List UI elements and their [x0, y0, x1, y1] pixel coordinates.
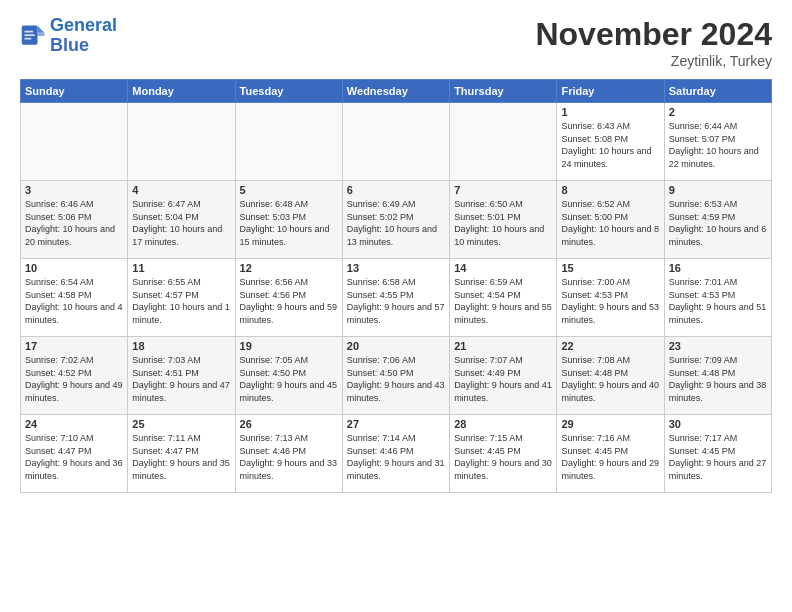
day-number: 12: [240, 262, 338, 274]
calendar-cell: 9Sunrise: 6:53 AMSunset: 4:59 PMDaylight…: [664, 181, 771, 259]
day-number: 7: [454, 184, 552, 196]
calendar-cell: 15Sunrise: 7:00 AMSunset: 4:53 PMDayligh…: [557, 259, 664, 337]
week-row-2: 10Sunrise: 6:54 AMSunset: 4:58 PMDayligh…: [21, 259, 772, 337]
calendar-header: SundayMondayTuesdayWednesdayThursdayFrid…: [21, 80, 772, 103]
title-block: November 2024 Zeytinlik, Turkey: [535, 16, 772, 69]
logo-line2: Blue: [50, 36, 117, 56]
day-number: 19: [240, 340, 338, 352]
day-number: 11: [132, 262, 230, 274]
logo-icon: [20, 22, 48, 50]
calendar-cell: 23Sunrise: 7:09 AMSunset: 4:48 PMDayligh…: [664, 337, 771, 415]
day-info: Sunrise: 6:43 AMSunset: 5:08 PMDaylight:…: [561, 120, 659, 170]
calendar-cell: 22Sunrise: 7:08 AMSunset: 4:48 PMDayligh…: [557, 337, 664, 415]
day-number: 28: [454, 418, 552, 430]
calendar-cell: 10Sunrise: 6:54 AMSunset: 4:58 PMDayligh…: [21, 259, 128, 337]
day-number: 16: [669, 262, 767, 274]
day-info: Sunrise: 6:48 AMSunset: 5:03 PMDaylight:…: [240, 198, 338, 248]
day-number: 26: [240, 418, 338, 430]
day-number: 24: [25, 418, 123, 430]
month-title: November 2024: [535, 16, 772, 53]
day-info: Sunrise: 6:49 AMSunset: 5:02 PMDaylight:…: [347, 198, 445, 248]
calendar-cell: [342, 103, 449, 181]
header-row: SundayMondayTuesdayWednesdayThursdayFrid…: [21, 80, 772, 103]
calendar-cell: 18Sunrise: 7:03 AMSunset: 4:51 PMDayligh…: [128, 337, 235, 415]
calendar-cell: 1Sunrise: 6:43 AMSunset: 5:08 PMDaylight…: [557, 103, 664, 181]
day-info: Sunrise: 6:55 AMSunset: 4:57 PMDaylight:…: [132, 276, 230, 326]
day-info: Sunrise: 6:52 AMSunset: 5:00 PMDaylight:…: [561, 198, 659, 248]
logo: General Blue: [20, 16, 117, 56]
day-number: 22: [561, 340, 659, 352]
day-info: Sunrise: 6:46 AMSunset: 5:06 PMDaylight:…: [25, 198, 123, 248]
week-row-3: 17Sunrise: 7:02 AMSunset: 4:52 PMDayligh…: [21, 337, 772, 415]
day-number: 2: [669, 106, 767, 118]
page: General Blue November 2024 Zeytinlik, Tu…: [0, 0, 792, 612]
day-info: Sunrise: 7:11 AMSunset: 4:47 PMDaylight:…: [132, 432, 230, 482]
svg-rect-5: [24, 38, 31, 40]
day-info: Sunrise: 7:17 AMSunset: 4:45 PMDaylight:…: [669, 432, 767, 482]
day-info: Sunrise: 7:05 AMSunset: 4:50 PMDaylight:…: [240, 354, 338, 404]
day-info: Sunrise: 7:07 AMSunset: 4:49 PMDaylight:…: [454, 354, 552, 404]
day-number: 25: [132, 418, 230, 430]
day-info: Sunrise: 6:56 AMSunset: 4:56 PMDaylight:…: [240, 276, 338, 326]
header-day-monday: Monday: [128, 80, 235, 103]
calendar-cell: [235, 103, 342, 181]
day-info: Sunrise: 7:09 AMSunset: 4:48 PMDaylight:…: [669, 354, 767, 404]
day-number: 14: [454, 262, 552, 274]
calendar-cell: 21Sunrise: 7:07 AMSunset: 4:49 PMDayligh…: [450, 337, 557, 415]
day-info: Sunrise: 6:53 AMSunset: 4:59 PMDaylight:…: [669, 198, 767, 248]
day-info: Sunrise: 7:03 AMSunset: 4:51 PMDaylight:…: [132, 354, 230, 404]
calendar-cell: 19Sunrise: 7:05 AMSunset: 4:50 PMDayligh…: [235, 337, 342, 415]
day-number: 6: [347, 184, 445, 196]
header-day-wednesday: Wednesday: [342, 80, 449, 103]
day-info: Sunrise: 7:02 AMSunset: 4:52 PMDaylight:…: [25, 354, 123, 404]
day-info: Sunrise: 6:59 AMSunset: 4:54 PMDaylight:…: [454, 276, 552, 326]
calendar-cell: 16Sunrise: 7:01 AMSunset: 4:53 PMDayligh…: [664, 259, 771, 337]
logo-text: General Blue: [50, 16, 117, 56]
day-number: 17: [25, 340, 123, 352]
day-info: Sunrise: 7:14 AMSunset: 4:46 PMDaylight:…: [347, 432, 445, 482]
day-info: Sunrise: 6:58 AMSunset: 4:55 PMDaylight:…: [347, 276, 445, 326]
calendar-cell: 25Sunrise: 7:11 AMSunset: 4:47 PMDayligh…: [128, 415, 235, 493]
header-day-friday: Friday: [557, 80, 664, 103]
day-number: 8: [561, 184, 659, 196]
week-row-4: 24Sunrise: 7:10 AMSunset: 4:47 PMDayligh…: [21, 415, 772, 493]
calendar-cell: 8Sunrise: 6:52 AMSunset: 5:00 PMDaylight…: [557, 181, 664, 259]
header-day-sunday: Sunday: [21, 80, 128, 103]
calendar-cell: 4Sunrise: 6:47 AMSunset: 5:04 PMDaylight…: [128, 181, 235, 259]
day-number: 20: [347, 340, 445, 352]
day-number: 10: [25, 262, 123, 274]
svg-marker-2: [38, 32, 45, 36]
day-info: Sunrise: 6:50 AMSunset: 5:01 PMDaylight:…: [454, 198, 552, 248]
calendar-body: 1Sunrise: 6:43 AMSunset: 5:08 PMDaylight…: [21, 103, 772, 493]
calendar-cell: 24Sunrise: 7:10 AMSunset: 4:47 PMDayligh…: [21, 415, 128, 493]
day-number: 4: [132, 184, 230, 196]
day-number: 27: [347, 418, 445, 430]
logo-line1: General: [50, 15, 117, 35]
day-info: Sunrise: 6:44 AMSunset: 5:07 PMDaylight:…: [669, 120, 767, 170]
day-info: Sunrise: 7:16 AMSunset: 4:45 PMDaylight:…: [561, 432, 659, 482]
calendar-cell: [21, 103, 128, 181]
day-number: 3: [25, 184, 123, 196]
calendar-cell: 6Sunrise: 6:49 AMSunset: 5:02 PMDaylight…: [342, 181, 449, 259]
calendar-cell: 20Sunrise: 7:06 AMSunset: 4:50 PMDayligh…: [342, 337, 449, 415]
day-number: 29: [561, 418, 659, 430]
calendar-cell: 30Sunrise: 7:17 AMSunset: 4:45 PMDayligh…: [664, 415, 771, 493]
day-number: 30: [669, 418, 767, 430]
day-number: 5: [240, 184, 338, 196]
calendar-cell: 29Sunrise: 7:16 AMSunset: 4:45 PMDayligh…: [557, 415, 664, 493]
day-number: 13: [347, 262, 445, 274]
header-day-saturday: Saturday: [664, 80, 771, 103]
calendar-cell: 13Sunrise: 6:58 AMSunset: 4:55 PMDayligh…: [342, 259, 449, 337]
calendar-cell: 27Sunrise: 7:14 AMSunset: 4:46 PMDayligh…: [342, 415, 449, 493]
calendar-cell: 26Sunrise: 7:13 AMSunset: 4:46 PMDayligh…: [235, 415, 342, 493]
day-info: Sunrise: 7:06 AMSunset: 4:50 PMDaylight:…: [347, 354, 445, 404]
day-info: Sunrise: 7:00 AMSunset: 4:53 PMDaylight:…: [561, 276, 659, 326]
day-number: 9: [669, 184, 767, 196]
calendar-cell: 2Sunrise: 6:44 AMSunset: 5:07 PMDaylight…: [664, 103, 771, 181]
calendar-cell: [128, 103, 235, 181]
calendar-cell: 17Sunrise: 7:02 AMSunset: 4:52 PMDayligh…: [21, 337, 128, 415]
day-info: Sunrise: 7:13 AMSunset: 4:46 PMDaylight:…: [240, 432, 338, 482]
calendar-cell: 3Sunrise: 6:46 AMSunset: 5:06 PMDaylight…: [21, 181, 128, 259]
day-number: 1: [561, 106, 659, 118]
calendar-table: SundayMondayTuesdayWednesdayThursdayFrid…: [20, 79, 772, 493]
